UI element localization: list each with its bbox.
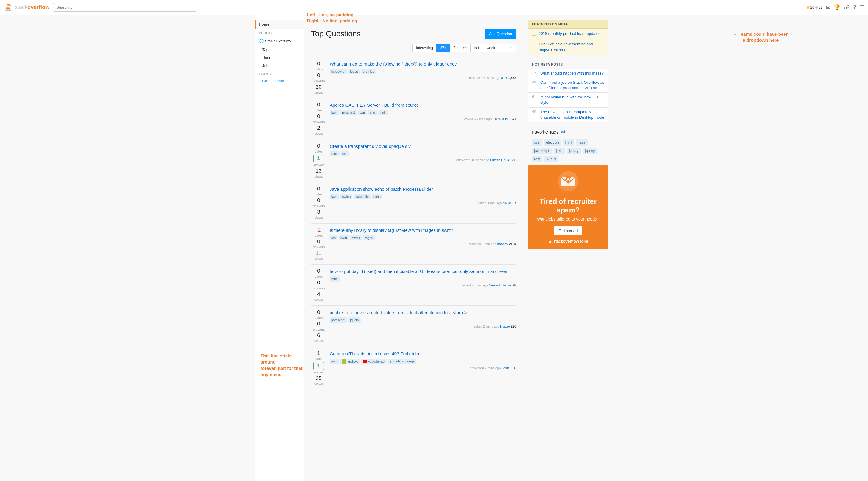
sidebar-item-users[interactable]: Users bbox=[255, 54, 304, 62]
username[interactable]: John T bbox=[502, 366, 512, 370]
tag[interactable]: java bbox=[330, 194, 339, 199]
tag[interactable]: java bbox=[330, 358, 339, 364]
table-row: 0 votes 0 answers 6 views unabl bbox=[311, 306, 516, 347]
question-title[interactable]: Is there any library to display tag list… bbox=[330, 227, 516, 233]
hot-link[interactable]: Can I find a job on Stack Overflow as a … bbox=[540, 80, 604, 91]
username[interactable]: user691197 bbox=[492, 117, 510, 121]
tab-interesting[interactable]: interesting bbox=[412, 44, 436, 52]
tag[interactable]: javascript bbox=[330, 317, 347, 323]
tag[interactable]: youtube-api bbox=[361, 358, 387, 364]
sidebar-item-tags[interactable]: Tags bbox=[255, 45, 304, 54]
username[interactable]: alex bbox=[501, 76, 507, 79]
tag[interactable]: ios bbox=[330, 235, 337, 241]
question-title[interactable]: Create a transparent div over opaque div bbox=[330, 143, 516, 149]
tag[interactable]: youtube-data-api bbox=[388, 358, 416, 364]
tag[interactable]: jasig bbox=[378, 110, 389, 115]
tag[interactable]: jquery bbox=[348, 317, 361, 323]
review-icon[interactable]: ☍ bbox=[844, 4, 849, 11]
question-title[interactable]: unable to retrieve selected value from s… bbox=[330, 309, 516, 316]
question-tags: javascript loops promise bbox=[330, 69, 516, 74]
hot-link[interactable]: The new design is completely unusable on… bbox=[540, 109, 604, 120]
inbox-icon[interactable]: ✉ bbox=[826, 4, 831, 11]
question-stats: -2 votes 0 answers 11 views bbox=[311, 227, 326, 261]
tab-month[interactable]: month bbox=[499, 44, 516, 52]
trophy-icon[interactable]: 🏆 bbox=[834, 4, 841, 11]
question-body: unable to retrieve selected value from s… bbox=[330, 309, 516, 328]
question-title[interactable]: Apereo CAS 4.1.7 Server - Build from sou… bbox=[330, 102, 516, 108]
votes-stat: 0 votes bbox=[315, 186, 322, 196]
logo[interactable]: stackoverflow bbox=[4, 3, 50, 12]
page-title: Top Questions bbox=[311, 29, 361, 38]
question-title[interactable]: What can I do to make the following `.th… bbox=[330, 61, 516, 67]
tab-hot[interactable]: hot bbox=[470, 44, 483, 52]
featured-link[interactable]: Live: Left nav, new theming and responsi… bbox=[538, 41, 604, 52]
tag[interactable]: swift4 bbox=[350, 235, 362, 241]
fav-tag[interactable]: java bbox=[576, 139, 588, 146]
fav-tag[interactable]: electron bbox=[544, 139, 561, 146]
fav-tag[interactable]: jquery bbox=[583, 148, 597, 154]
tag[interactable]: android bbox=[340, 358, 360, 364]
username[interactable]: Dinesh Ghule bbox=[490, 158, 510, 162]
username[interactable]: Niklas bbox=[503, 201, 512, 205]
tag[interactable]: maven-3 bbox=[340, 110, 357, 115]
sidebar-item-home[interactable]: Home bbox=[255, 20, 304, 29]
username[interactable]: lilsizzo bbox=[500, 325, 510, 328]
question-meta: asked 1 min ago Niklas 37 bbox=[330, 201, 516, 205]
question-title[interactable]: Java application show echo of batch Proc… bbox=[330, 186, 516, 192]
tag[interactable]: loops bbox=[348, 69, 360, 74]
menu-icon[interactable]: ☰ bbox=[860, 4, 864, 11]
question-title[interactable]: CommentThreads: insert gives 403 Forbidd… bbox=[330, 350, 516, 357]
answers-stat: 0 answers bbox=[313, 198, 325, 208]
tab-count[interactable]: 371 bbox=[436, 44, 450, 52]
sidebar-create-team[interactable]: + Create Team bbox=[255, 77, 304, 85]
checkbox[interactable] bbox=[532, 32, 536, 36]
fav-tag[interactable]: rest bbox=[532, 156, 542, 162]
sidebar-item-stackoverflow[interactable]: 🌐 Stack Overflow bbox=[255, 36, 304, 45]
tab-featured[interactable]: featured bbox=[450, 44, 471, 52]
fav-tag[interactable]: vue.js bbox=[544, 156, 558, 162]
question-stats: 0 votes 0 answers 6 views bbox=[311, 309, 326, 343]
sidebar-item-jobs[interactable]: Jobs bbox=[255, 62, 304, 70]
username[interactable]: Neelesh Bansal bbox=[489, 283, 512, 287]
hot-title: HOT META POSTS bbox=[528, 60, 608, 69]
tag[interactable]: cas bbox=[368, 110, 377, 115]
search-input[interactable] bbox=[53, 3, 196, 12]
hot-link[interactable]: What should happen with this mess? bbox=[540, 71, 603, 76]
fav-tag[interactable]: jersey bbox=[567, 148, 581, 154]
svg-rect-0 bbox=[5, 9, 11, 10]
question-tags: html bbox=[330, 276, 516, 282]
checkbox[interactable] bbox=[532, 42, 536, 46]
question-title[interactable]: how to put day=1(fixed) and then it disa… bbox=[330, 268, 516, 275]
tag[interactable]: css bbox=[341, 151, 349, 156]
fav-tag[interactable]: javascript bbox=[532, 148, 552, 154]
fav-tag[interactable]: css bbox=[532, 139, 542, 146]
hot-link[interactable]: Minor visual bug with the new GUI style bbox=[540, 94, 604, 105]
tag[interactable]: swift bbox=[339, 235, 349, 241]
fav-tag[interactable]: jaxb bbox=[554, 148, 565, 154]
tab-week[interactable]: week bbox=[483, 44, 499, 52]
fav-edit-button[interactable]: edit bbox=[561, 130, 567, 134]
question-tags: ios swift swift4 taglist bbox=[330, 235, 516, 241]
featured-link[interactable]: 2018 monthly product team updates bbox=[538, 31, 600, 36]
views-stat: 4 views bbox=[314, 291, 323, 302]
tag[interactable]: java bbox=[330, 110, 339, 115]
tag[interactable]: html bbox=[330, 276, 340, 282]
tag[interactable]: swing bbox=[340, 194, 352, 199]
logo-text: stackoverflow bbox=[15, 4, 50, 10]
tag[interactable]: promise bbox=[361, 69, 376, 74]
username[interactable]: rmaddy bbox=[497, 242, 508, 246]
tag[interactable]: batch-file bbox=[353, 194, 371, 199]
ad-cta-button[interactable]: Get started bbox=[554, 226, 583, 235]
search-bar[interactable] bbox=[53, 3, 196, 12]
tag[interactable]: javascript bbox=[330, 69, 347, 74]
views-stat: 25 views bbox=[314, 376, 323, 386]
ask-question-button[interactable]: Ask Question bbox=[485, 29, 516, 39]
tag[interactable]: war bbox=[358, 110, 367, 115]
tag[interactable]: html bbox=[330, 151, 340, 156]
answers-stat: 0 answers bbox=[313, 114, 325, 124]
tag[interactable]: taglist bbox=[363, 235, 375, 241]
featured-title: FEATURED ON META bbox=[528, 20, 608, 29]
tag[interactable]: echo bbox=[372, 194, 382, 199]
fav-tag[interactable]: html bbox=[563, 139, 575, 146]
help-icon[interactable]: ? bbox=[853, 4, 856, 10]
